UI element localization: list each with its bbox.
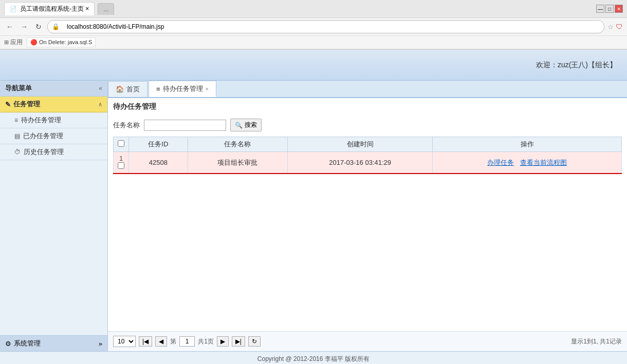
sidebar: 导航菜单 « ✎ 任务管理 ∧ ≡ 待办任务管理 ▤ 已办任务管理: [0, 81, 108, 351]
bookmarks-bar: ⊞ 应用 🔴 On Delete: java.sql.S: [0, 36, 627, 49]
inactive-tab-label: ...: [103, 6, 108, 13]
search-button[interactable]: 🔍 搜索: [230, 119, 262, 131]
close-button[interactable]: ✕: [615, 5, 623, 13]
next-page-button[interactable]: ▶: [217, 336, 229, 347]
tab-home-label: 首页: [126, 85, 140, 94]
sidebar-item-pending[interactable]: ≡ 待办任务管理: [0, 112, 107, 128]
address-input[interactable]: [62, 22, 600, 32]
welcome-text: 欢迎：zuz(王八)【组长】: [536, 61, 617, 70]
handle-task-link[interactable]: 办理任务: [487, 159, 514, 166]
address-bar: ← → ↻ 🔒 ☆ 🛡: [0, 18, 627, 36]
col-created-time: 创建时间: [288, 137, 433, 152]
total-pages-label: 共1页: [198, 337, 214, 346]
row-checkbox[interactable]: [118, 162, 124, 169]
active-tab-label: 员工请假流程系统-主页 ×: [20, 5, 89, 13]
task-name-cell: 项目组长审批: [188, 152, 288, 174]
section-expand-icon: ∧: [98, 101, 102, 108]
bookmark-icon: ☆: [607, 23, 614, 31]
maximize-button[interactable]: □: [605, 5, 614, 13]
sidebar-bottom: ⚙ 系统管理 »: [0, 335, 107, 351]
col-checkbox: [114, 137, 129, 152]
page-wrapper: 欢迎：zuz(王八)【组长】 导航菜单 « ✎ 任务管理 ∧ ≡ 待办任务: [0, 50, 627, 364]
col-task-id: 任务ID: [129, 137, 188, 152]
shield-icon: 🛡: [616, 23, 623, 31]
col-task-name: 任务名称: [188, 137, 288, 152]
history-task-icon: ⏱: [14, 148, 21, 156]
data-table: 任务ID 任务名称 创建时间 操作 1 42508 项目组长审批 2017-03…: [113, 137, 622, 174]
row-num: 1: [114, 152, 129, 174]
forward-button[interactable]: →: [19, 21, 30, 32]
system-expand-icon: »: [99, 340, 102, 348]
tab-bar: 🏠 首页 ≡ 待办任务管理 ×: [108, 81, 627, 98]
pagination-bar: 10 20 50 |◀ ◀ 第 共1页 ▶ ▶| ↻ 显示1到1, 共1记录: [108, 331, 627, 351]
table-body: 1 42508 项目组长审批 2017-03-16 03:41:29 办理任务 …: [114, 152, 622, 174]
page-label: 第: [170, 337, 176, 346]
pending-tab-icon: ≡: [156, 85, 160, 93]
top-header: 欢迎：zuz(王八)【组长】: [0, 50, 627, 81]
copyright-text: Copyright @ 2012-2016 李福平 版权所有: [257, 355, 370, 362]
apps-label: 应用: [10, 38, 23, 47]
active-tab[interactable]: 📄 员工请假流程系统-主页 ×: [4, 2, 95, 15]
inactive-tab[interactable]: ...: [98, 3, 114, 15]
tab-pending-label: 待办任务管理: [163, 84, 203, 93]
search-label: 任务名称: [113, 121, 140, 130]
sidebar-section-title-tasks: ✎ 任务管理: [5, 100, 98, 109]
search-input[interactable]: [144, 120, 226, 131]
footer: Copyright @ 2012-2016 李福平 版权所有: [0, 351, 627, 364]
sidebar-header: 导航菜单 «: [0, 81, 107, 97]
main-area: 导航菜单 « ✎ 任务管理 ∧ ≡ 待办任务管理 ▤ 已办任务管理: [0, 81, 627, 351]
home-icon: 🏠: [116, 85, 124, 93]
table-row: 1 42508 项目组长审批 2017-03-16 03:41:29 办理任务 …: [114, 152, 622, 174]
page-size-select[interactable]: 10 20 50: [113, 336, 136, 347]
select-all-checkbox[interactable]: [118, 140, 124, 147]
error-notice: 🔴 On Delete: java.sql.S: [27, 37, 96, 47]
window-controls: — □ ✕: [596, 5, 623, 13]
sidebar-section-header-tasks[interactable]: ✎ 任务管理 ∧: [0, 97, 107, 112]
pagination-refresh-button[interactable]: ↻: [248, 336, 261, 347]
created-time-cell: 2017-03-16 03:41:29: [288, 152, 433, 174]
content-body: 待办任务管理 任务名称 🔍 搜索: [108, 98, 627, 331]
section-title: 待办任务管理: [113, 102, 622, 113]
prev-page-button[interactable]: ◀: [155, 336, 167, 347]
browser-titlebar: 📄 员工请假流程系统-主页 × ... — □ ✕: [0, 0, 627, 18]
table-header: 任务ID 任务名称 创建时间 操作: [114, 137, 622, 152]
tab-home[interactable]: 🏠 首页: [108, 81, 147, 97]
refresh-nav-button[interactable]: ↻: [33, 21, 44, 32]
page-info: 显示1到1, 共1记录: [571, 337, 622, 346]
system-icon: ⚙: [5, 340, 11, 348]
content-panel: 🏠 首页 ≡ 待办任务管理 × 待办任务管理 任务名称 🔍: [108, 81, 627, 351]
address-icons: ☆ 🛡: [607, 23, 623, 31]
tab-close-icon[interactable]: ×: [206, 86, 209, 92]
first-page-button[interactable]: |◀: [139, 336, 152, 347]
sidebar-item-done[interactable]: ▤ 已办任务管理: [0, 128, 107, 144]
sidebar-item-system[interactable]: ⚙ 系统管理 »: [0, 335, 107, 351]
back-button[interactable]: ←: [4, 21, 15, 32]
sidebar-title: 导航菜单: [5, 84, 32, 93]
view-flowchart-link[interactable]: 查看当前流程图: [520, 159, 567, 166]
browser-chrome: 📄 员工请假流程系统-主页 × ... — □ ✕ ← → ↻ 🔒 ☆ 🛡 ⊞ …: [0, 0, 627, 50]
grid-icon: ⊞: [4, 39, 9, 46]
pending-task-icon: ≡: [14, 117, 18, 124]
col-action: 操作: [433, 137, 622, 152]
action-cell: 办理任务 查看当前流程图: [433, 152, 622, 174]
sidebar-item-history[interactable]: ⏱ 历史任务管理: [0, 144, 107, 160]
tab-pending-tasks[interactable]: ≡ 待办任务管理 ×: [149, 81, 216, 97]
sidebar-section-tasks: ✎ 任务管理 ∧ ≡ 待办任务管理 ▤ 已办任务管理 ⏱ 历史任务管理: [0, 97, 107, 160]
search-btn-icon: 🔍: [235, 122, 243, 129]
done-task-icon: ▤: [14, 132, 20, 140]
search-bar: 任务名称 🔍 搜索: [113, 119, 622, 131]
sidebar-collapse-icon[interactable]: «: [99, 85, 102, 92]
task-id-cell: 42508: [129, 152, 188, 174]
last-page-button[interactable]: ▶|: [232, 336, 245, 347]
page-input[interactable]: [179, 336, 195, 347]
apps-button[interactable]: ⊞ 应用: [4, 38, 23, 47]
minimize-button[interactable]: —: [596, 5, 604, 13]
task-section-icon: ✎: [5, 101, 11, 108]
